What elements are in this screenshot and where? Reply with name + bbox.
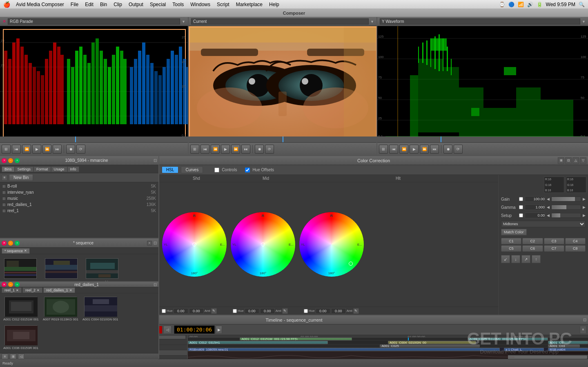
menu-windows[interactable]: Windows bbox=[188, 1, 213, 8]
bin-tab-settings[interactable]: Settings bbox=[15, 166, 34, 172]
cc-btn-c8[interactable]: C8 bbox=[565, 245, 586, 252]
cc-icon-btn-2[interactable]: ⊡ bbox=[565, 157, 572, 164]
shd-eyedrop[interactable]: ✎ bbox=[211, 308, 217, 314]
mid-hue-val1[interactable] bbox=[245, 308, 259, 314]
gain-left-arrow[interactable]: ◀ bbox=[547, 197, 550, 201]
tl-speaker-btn[interactable]: ◁ bbox=[163, 326, 172, 334]
seq-min-btn[interactable]: − bbox=[8, 241, 13, 246]
bin-expand-btn[interactable]: ⊡ bbox=[154, 158, 157, 163]
current-select[interactable]: Current bbox=[191, 18, 369, 25]
seq-tab-current[interactable]: * sequence ✕ bbox=[2, 248, 30, 254]
dailies-min-btn[interactable]: − bbox=[8, 282, 13, 287]
new-bin-button[interactable]: New Bin bbox=[9, 174, 33, 181]
match-color-button[interactable]: Match Color bbox=[501, 229, 527, 235]
cc-hue-offsets-checkbox[interactable] bbox=[245, 168, 250, 172]
dailies-tab-reel1[interactable]: reel_1 ✕ bbox=[2, 287, 22, 293]
sequence-thumb-archive[interactable]: seq_archive bbox=[86, 258, 118, 284]
mid-hue-checkbox[interactable] bbox=[233, 309, 237, 313]
bin-tab-info[interactable]: Info bbox=[67, 166, 79, 172]
cc-mode-dropdown[interactable]: Midtones bbox=[501, 221, 586, 227]
sequence-thumb-current[interactable]: sequence_current bbox=[4, 258, 37, 284]
menu-help[interactable]: Help bbox=[267, 1, 282, 8]
yw-step-fwd[interactable]: ⏩ bbox=[420, 145, 429, 154]
setup-right-arrow[interactable]: ▶ bbox=[583, 213, 586, 217]
gamma-input[interactable] bbox=[525, 204, 545, 210]
yw-step-back[interactable]: ⏪ bbox=[399, 145, 408, 154]
rew-btn[interactable]: ⏮ bbox=[12, 145, 21, 154]
bin-tab-usage[interactable]: Usage bbox=[51, 166, 67, 172]
cc-btn-c7[interactable]: C7 bbox=[544, 245, 564, 252]
clip-v1-1[interactable]: A001_C025_ bbox=[380, 345, 480, 347]
yw-ffwd[interactable]: ⏭ bbox=[430, 145, 439, 154]
tl-play-timecode-btn[interactable]: ▶ bbox=[216, 326, 222, 334]
dailies-expand-btn[interactable]: ⊡ bbox=[154, 282, 157, 287]
loop-btn[interactable]: ⟳ bbox=[76, 145, 85, 154]
clip-v1-2[interactable]: A001_C03 bbox=[548, 345, 580, 347]
setup-left-arrow[interactable]: ◀ bbox=[547, 213, 550, 217]
sequence-thumb-master[interactable]: seq_master bbox=[45, 258, 78, 284]
gamma-checkbox[interactable] bbox=[519, 205, 523, 209]
menu-file[interactable]: File bbox=[68, 1, 81, 8]
curr-record[interactable]: ⏺ bbox=[255, 145, 264, 154]
seq-tab-close[interactable]: ✕ bbox=[147, 241, 152, 246]
menu-bin[interactable]: Bin bbox=[98, 1, 109, 8]
record-btn[interactable]: ⏺ bbox=[66, 145, 75, 154]
curr-ffwd[interactable]: ⏭ bbox=[241, 145, 250, 154]
menu-tools[interactable]: Tools bbox=[170, 1, 186, 8]
cc-icon-btn-4[interactable]: ▽ bbox=[580, 157, 586, 164]
shd-hue-checkbox[interactable] bbox=[162, 309, 166, 313]
cc-icon-btn-arrow-up-right[interactable]: ↗ bbox=[521, 255, 530, 263]
y-waveform-scrub-bar[interactable] bbox=[377, 137, 588, 142]
curr-step-in[interactable]: ⊞ bbox=[190, 145, 199, 154]
bin-item-red-dailies[interactable]: ⊞ red_dailies_1 136K bbox=[0, 201, 158, 208]
cc-icon-btn-arrow-down-left[interactable]: ↙ bbox=[501, 255, 510, 263]
bin-min-btn[interactable]: − bbox=[8, 158, 13, 163]
cc-btn-c3[interactable]: C3 bbox=[544, 238, 564, 244]
hlt-hue-checkbox[interactable] bbox=[304, 309, 308, 313]
tl-list-icon[interactable]: ≡ bbox=[580, 326, 586, 334]
clip-a1-2[interactable]: s 1 Chall_L bbox=[504, 348, 544, 351]
dailies-tab-red-dailies[interactable]: red_dailies_1 ✕ bbox=[43, 287, 75, 293]
dailies-bottom-btn-1[interactable]: ≡ bbox=[2, 354, 8, 359]
play-btn[interactable]: ▶ bbox=[32, 145, 41, 154]
hlt-eyedrop[interactable]: ✎ bbox=[353, 308, 359, 314]
setup-checkbox[interactable] bbox=[519, 213, 523, 217]
tl-expand-btn[interactable]: ⊡ bbox=[583, 318, 586, 322]
gain-checkbox[interactable] bbox=[519, 197, 523, 201]
curr-step-back[interactable]: ⏪ bbox=[211, 145, 220, 154]
menu-special[interactable]: Special bbox=[147, 1, 168, 8]
cc-controls-checkbox[interactable] bbox=[214, 168, 219, 172]
mid-eyedrop[interactable]: ✎ bbox=[282, 308, 288, 314]
hlt-hue-val2[interactable] bbox=[331, 308, 346, 314]
dailies-max-btn[interactable]: + bbox=[15, 282, 20, 287]
yw-rew[interactable]: ⏮ bbox=[389, 145, 398, 154]
clip-v3-2[interactable]: A001_C025_0310M0_001 (25.00 FPS) bbox=[468, 338, 548, 340]
clip-v3-1[interactable]: A001_C012_03151M_001 (23.98 FF5) bbox=[240, 338, 352, 340]
cc-btn-c2[interactable]: C2 bbox=[522, 238, 543, 244]
clip-v2-3[interactable]: A001_C0 bbox=[548, 341, 588, 344]
search-icon[interactable]: 🔍 bbox=[579, 2, 585, 7]
bin-item-broll[interactable]: ⊞ B-roll 5K bbox=[0, 183, 158, 189]
curr-play[interactable]: ▶ bbox=[221, 145, 230, 154]
yw-play[interactable]: ▶ bbox=[410, 145, 419, 154]
dailies-thumb-3[interactable]: A001 C004 0210GN 001 bbox=[82, 297, 118, 321]
clip-v2-1[interactable]: A001_C012_0315H1 bbox=[188, 341, 328, 344]
bin-max-btn[interactable]: + bbox=[15, 158, 20, 163]
cc-tab-curves[interactable]: Curves bbox=[181, 166, 203, 173]
hlt-hue-val1[interactable] bbox=[316, 308, 330, 314]
dailies-tab-reel2[interactable]: reel_2 ✕ bbox=[22, 287, 42, 293]
gamma-left-arrow[interactable]: ◀ bbox=[547, 205, 550, 209]
gamma-track[interactable] bbox=[551, 205, 581, 210]
apple-menu[interactable]: 🍎 bbox=[3, 1, 10, 8]
bin-item-music[interactable]: ⊞ music 258K bbox=[0, 195, 158, 201]
menu-marketplace[interactable]: Marketplace bbox=[234, 1, 265, 8]
setup-track[interactable] bbox=[551, 213, 581, 218]
curr-loop[interactable]: ⟳ bbox=[265, 145, 274, 154]
cc-icon-btn-3[interactable]: △ bbox=[572, 157, 579, 164]
ffwd-btn[interactable]: ⏭ bbox=[53, 145, 62, 154]
wheel-mid[interactable]: R NG E... 180° CY YL -90° bbox=[230, 212, 296, 277]
cc-close-btn[interactable]: ✕ bbox=[2, 158, 5, 163]
bin-tab-bins[interactable]: Bins bbox=[2, 166, 15, 172]
bin-tab-format[interactable]: Format bbox=[33, 166, 51, 172]
yw-step-in[interactable]: ⊞ bbox=[379, 145, 388, 154]
